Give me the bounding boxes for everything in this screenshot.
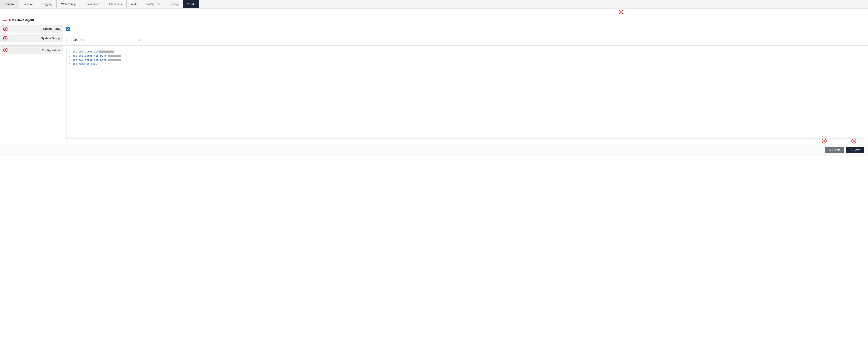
code-lines: 1 net_collector_ip= 2 net_collector_tcp_… xyxy=(66,48,865,68)
tab-general[interactable]: General xyxy=(0,0,19,8)
line-content-3: net_collector_udp_port= xyxy=(72,58,121,62)
delete-icon: 🗑 xyxy=(829,148,831,152)
enable-tuna-label: Enable TunA xyxy=(43,27,60,30)
tab-audit[interactable]: Audit xyxy=(126,0,142,8)
line-num-2: 2 xyxy=(66,54,72,58)
label-cell-enable-tuna: ② Enable TunA xyxy=(0,25,63,33)
footer-annotation-area-2: ⑥ xyxy=(851,139,856,144)
form-row-system-group: ③ System Group TESTGROUP xyxy=(0,34,868,46)
label-cell-system-group: ③ System Group xyxy=(0,34,63,42)
line-content-1: net_collector_ip= xyxy=(72,50,115,54)
tab-web-config[interactable]: Web Config xyxy=(57,0,80,8)
line-value-1-blurred xyxy=(99,51,115,53)
line-key-3: net_collector_udp_port= xyxy=(72,58,108,61)
annotation-4: ④ xyxy=(3,48,7,52)
annotation-5: ⑤ xyxy=(822,139,827,144)
tab-session[interactable]: Session xyxy=(19,0,38,8)
code-line-3: 3 net_collector_udp_port= xyxy=(66,58,865,62)
code-line-4: 4 obj_name=se-8080 xyxy=(66,62,865,66)
annotation-1: ① xyxy=(619,10,623,14)
line-content-2: net_collector_tcp_port= xyxy=(72,54,121,58)
tab-properties[interactable]: Properties xyxy=(105,0,126,8)
annotation-6: ⑥ xyxy=(851,139,856,144)
line-value-3-blurred xyxy=(108,59,121,61)
code-editor[interactable]: 1 net_collector_ip= 2 net_collector_tcp_… xyxy=(66,48,865,139)
line-num-4: 4 xyxy=(66,62,72,66)
annotation-3: ③ xyxy=(3,36,7,40)
enable-tuna-checkbox[interactable] xyxy=(66,27,70,31)
content-cell-system-group: TESTGROUP xyxy=(63,34,868,46)
save-icon: ✔ xyxy=(850,148,852,152)
annotation-2: ② xyxy=(3,27,7,31)
code-line-2: 2 net_collector_tcp_port= xyxy=(66,54,865,58)
save-label: Save xyxy=(854,148,860,152)
code-line-1: 1 net_collector_ip= xyxy=(66,50,865,54)
line-num-3: 3 xyxy=(66,58,72,62)
form-row-enable-tuna: ② Enable TunA xyxy=(0,25,868,34)
line-key-4: obj_name=se-8080 xyxy=(72,62,97,65)
tab-logging[interactable]: Logging xyxy=(38,0,57,8)
tab-bar: GeneralSessionLoggingWeb ConfigEnvironme… xyxy=(0,0,868,8)
content-cell-configuration: 1 net_collector_ip= 2 net_collector_tcp_… xyxy=(63,46,868,141)
form-row-configuration: ④ Configuration 1 net_collector_ip= 2 xyxy=(0,46,868,144)
section-red-line xyxy=(3,20,7,21)
tab-config-tree[interactable]: Config Tree xyxy=(142,0,165,8)
section-header: TunA Java Agent xyxy=(0,16,868,25)
annotation-area: ① xyxy=(0,8,868,16)
system-group-select[interactable]: TESTGROUP xyxy=(66,37,141,43)
delete-label: Delete xyxy=(833,148,840,152)
footer: ⑤ ⑥ 🗑 Delete ✔ Save xyxy=(0,144,868,156)
section-title: TunA Java Agent xyxy=(9,18,34,22)
configuration-label: Configuration xyxy=(42,49,60,52)
tab-tuna[interactable]: TunA xyxy=(183,0,199,8)
delete-button[interactable]: 🗑 Delete xyxy=(825,147,844,153)
resize-handle[interactable]: ⌟ xyxy=(862,136,864,138)
line-value-2-blurred xyxy=(108,55,121,57)
save-button[interactable]: ✔ Save xyxy=(846,147,864,153)
line-content-4: obj_name=se-8080 xyxy=(72,62,97,66)
system-group-label: System Group xyxy=(41,37,60,40)
tab-environment[interactable]: Environment xyxy=(80,0,105,8)
line-key-2: net_collector_tcp_port= xyxy=(72,54,108,57)
footer-annotation-area: ⑤ xyxy=(822,139,827,144)
line-key-1: net_collector_ip= xyxy=(72,50,99,53)
line-num-1: 1 xyxy=(66,50,72,54)
main-content: ② Enable TunA ③ System Group TESTGROUP ④… xyxy=(0,25,868,144)
tab-history[interactable]: History xyxy=(165,0,183,8)
label-cell-configuration: ④ Configuration xyxy=(0,46,63,54)
content-cell-enable-tuna xyxy=(63,25,868,33)
